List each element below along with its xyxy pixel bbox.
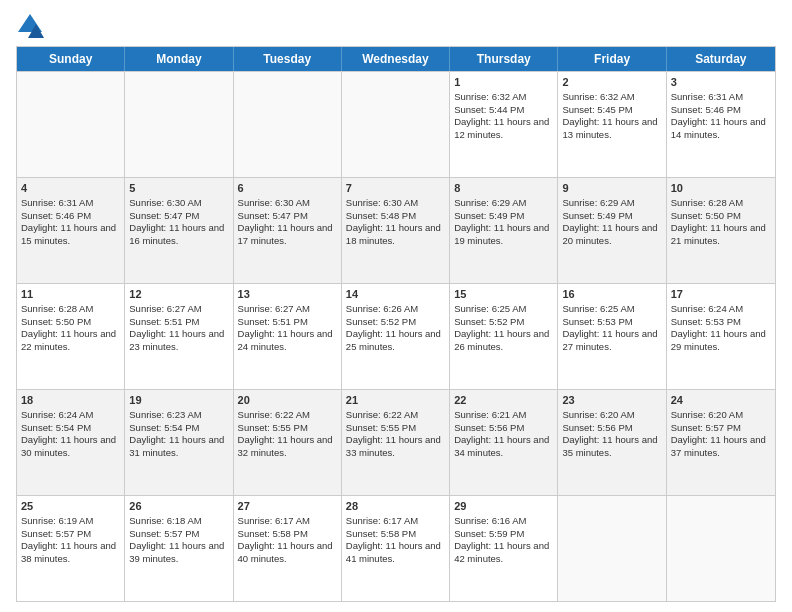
day-number: 6 xyxy=(238,181,337,196)
page: SundayMondayTuesdayWednesdayThursdayFrid… xyxy=(0,0,792,612)
day-cell-23: 23Sunrise: 6:20 AMSunset: 5:56 PMDayligh… xyxy=(558,390,666,495)
day-info: Daylight: 11 hours and 16 minutes. xyxy=(129,222,228,248)
day-number: 27 xyxy=(238,499,337,514)
day-info: Daylight: 11 hours and 21 minutes. xyxy=(671,222,771,248)
day-info: Sunset: 5:46 PM xyxy=(671,104,771,117)
day-info: Sunset: 5:59 PM xyxy=(454,528,553,541)
day-info: Sunrise: 6:16 AM xyxy=(454,515,553,528)
day-number: 18 xyxy=(21,393,120,408)
day-header-thursday: Thursday xyxy=(450,47,558,71)
day-info: Sunrise: 6:29 AM xyxy=(562,197,661,210)
day-number: 19 xyxy=(129,393,228,408)
day-info: Sunset: 5:47 PM xyxy=(238,210,337,223)
calendar: SundayMondayTuesdayWednesdayThursdayFrid… xyxy=(16,46,776,602)
day-info: Sunset: 5:53 PM xyxy=(562,316,661,329)
day-cell-17: 17Sunrise: 6:24 AMSunset: 5:53 PMDayligh… xyxy=(667,284,775,389)
day-cell-11: 11Sunrise: 6:28 AMSunset: 5:50 PMDayligh… xyxy=(17,284,125,389)
day-number: 8 xyxy=(454,181,553,196)
day-info: Sunset: 5:50 PM xyxy=(21,316,120,329)
day-info: Sunset: 5:47 PM xyxy=(129,210,228,223)
day-number: 14 xyxy=(346,287,445,302)
day-header-wednesday: Wednesday xyxy=(342,47,450,71)
day-cell-7: 7Sunrise: 6:30 AMSunset: 5:48 PMDaylight… xyxy=(342,178,450,283)
day-cell-3: 3Sunrise: 6:31 AMSunset: 5:46 PMDaylight… xyxy=(667,72,775,177)
day-number: 29 xyxy=(454,499,553,514)
calendar-week-5: 25Sunrise: 6:19 AMSunset: 5:57 PMDayligh… xyxy=(17,495,775,601)
day-number: 26 xyxy=(129,499,228,514)
day-cell-27: 27Sunrise: 6:17 AMSunset: 5:58 PMDayligh… xyxy=(234,496,342,601)
day-cell-16: 16Sunrise: 6:25 AMSunset: 5:53 PMDayligh… xyxy=(558,284,666,389)
day-number: 5 xyxy=(129,181,228,196)
logo xyxy=(16,12,46,40)
day-info: Sunrise: 6:29 AM xyxy=(454,197,553,210)
day-info: Daylight: 11 hours and 37 minutes. xyxy=(671,434,771,460)
day-number: 7 xyxy=(346,181,445,196)
day-number: 22 xyxy=(454,393,553,408)
day-number: 3 xyxy=(671,75,771,90)
empty-cell xyxy=(558,496,666,601)
day-info: Sunrise: 6:30 AM xyxy=(238,197,337,210)
day-info: Sunrise: 6:31 AM xyxy=(21,197,120,210)
day-info: Sunset: 5:58 PM xyxy=(238,528,337,541)
day-info: Daylight: 11 hours and 27 minutes. xyxy=(562,328,661,354)
day-header-friday: Friday xyxy=(558,47,666,71)
day-number: 12 xyxy=(129,287,228,302)
day-number: 21 xyxy=(346,393,445,408)
day-info: Sunrise: 6:27 AM xyxy=(129,303,228,316)
day-info: Daylight: 11 hours and 35 minutes. xyxy=(562,434,661,460)
empty-cell xyxy=(234,72,342,177)
day-header-monday: Monday xyxy=(125,47,233,71)
calendar-week-3: 11Sunrise: 6:28 AMSunset: 5:50 PMDayligh… xyxy=(17,283,775,389)
day-header-tuesday: Tuesday xyxy=(234,47,342,71)
day-cell-24: 24Sunrise: 6:20 AMSunset: 5:57 PMDayligh… xyxy=(667,390,775,495)
day-info: Sunset: 5:54 PM xyxy=(21,422,120,435)
day-info: Daylight: 11 hours and 18 minutes. xyxy=(346,222,445,248)
day-info: Sunset: 5:52 PM xyxy=(346,316,445,329)
day-info: Sunrise: 6:31 AM xyxy=(671,91,771,104)
calendar-header-row: SundayMondayTuesdayWednesdayThursdayFrid… xyxy=(17,47,775,71)
calendar-week-4: 18Sunrise: 6:24 AMSunset: 5:54 PMDayligh… xyxy=(17,389,775,495)
day-number: 23 xyxy=(562,393,661,408)
day-info: Sunrise: 6:28 AM xyxy=(21,303,120,316)
day-number: 17 xyxy=(671,287,771,302)
day-info: Sunset: 5:56 PM xyxy=(454,422,553,435)
day-cell-13: 13Sunrise: 6:27 AMSunset: 5:51 PMDayligh… xyxy=(234,284,342,389)
day-info: Daylight: 11 hours and 31 minutes. xyxy=(129,434,228,460)
day-info: Sunset: 5:49 PM xyxy=(454,210,553,223)
day-info: Sunrise: 6:28 AM xyxy=(671,197,771,210)
day-info: Sunset: 5:53 PM xyxy=(671,316,771,329)
day-info: Sunset: 5:45 PM xyxy=(562,104,661,117)
day-info: Sunset: 5:58 PM xyxy=(346,528,445,541)
day-info: Daylight: 11 hours and 26 minutes. xyxy=(454,328,553,354)
day-info: Sunrise: 6:24 AM xyxy=(21,409,120,422)
day-cell-4: 4Sunrise: 6:31 AMSunset: 5:46 PMDaylight… xyxy=(17,178,125,283)
day-header-sunday: Sunday xyxy=(17,47,125,71)
calendar-body: 1Sunrise: 6:32 AMSunset: 5:44 PMDaylight… xyxy=(17,71,775,601)
day-info: Sunset: 5:50 PM xyxy=(671,210,771,223)
day-cell-21: 21Sunrise: 6:22 AMSunset: 5:55 PMDayligh… xyxy=(342,390,450,495)
day-number: 25 xyxy=(21,499,120,514)
day-info: Daylight: 11 hours and 34 minutes. xyxy=(454,434,553,460)
day-info: Sunset: 5:51 PM xyxy=(129,316,228,329)
day-info: Daylight: 11 hours and 12 minutes. xyxy=(454,116,553,142)
empty-cell xyxy=(667,496,775,601)
day-info: Sunrise: 6:17 AM xyxy=(346,515,445,528)
day-info: Sunrise: 6:17 AM xyxy=(238,515,337,528)
day-info: Daylight: 11 hours and 20 minutes. xyxy=(562,222,661,248)
day-cell-15: 15Sunrise: 6:25 AMSunset: 5:52 PMDayligh… xyxy=(450,284,558,389)
calendar-week-1: 1Sunrise: 6:32 AMSunset: 5:44 PMDaylight… xyxy=(17,71,775,177)
day-info: Daylight: 11 hours and 33 minutes. xyxy=(346,434,445,460)
day-info: Daylight: 11 hours and 32 minutes. xyxy=(238,434,337,460)
day-info: Daylight: 11 hours and 15 minutes. xyxy=(21,222,120,248)
day-number: 11 xyxy=(21,287,120,302)
day-info: Daylight: 11 hours and 29 minutes. xyxy=(671,328,771,354)
day-info: Sunrise: 6:22 AM xyxy=(238,409,337,422)
day-info: Daylight: 11 hours and 17 minutes. xyxy=(238,222,337,248)
day-info: Daylight: 11 hours and 39 minutes. xyxy=(129,540,228,566)
day-info: Daylight: 11 hours and 30 minutes. xyxy=(21,434,120,460)
day-info: Sunrise: 6:26 AM xyxy=(346,303,445,316)
day-cell-8: 8Sunrise: 6:29 AMSunset: 5:49 PMDaylight… xyxy=(450,178,558,283)
empty-cell xyxy=(342,72,450,177)
day-info: Sunrise: 6:21 AM xyxy=(454,409,553,422)
day-number: 15 xyxy=(454,287,553,302)
